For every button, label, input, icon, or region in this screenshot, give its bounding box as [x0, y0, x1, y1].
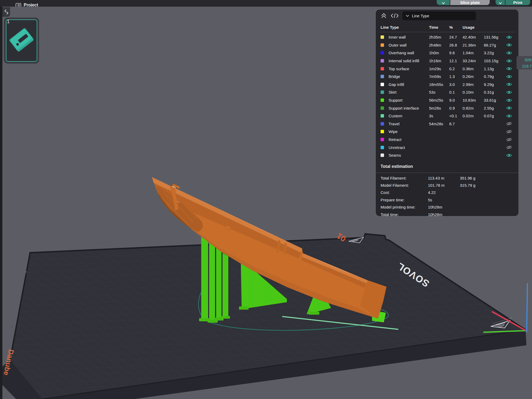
left-panel-edge [0, 7, 2, 399]
total-value: 10h28m [428, 205, 460, 209]
line-type-row: Internal solid infill1h16m12.133.24m103.… [381, 57, 514, 65]
visibility-toggle[interactable] [506, 122, 514, 126]
line-type-row: Travel54m28s8.7 [381, 120, 514, 128]
totals-rows: Total Filament:113.43 m351.96 gModel Fil… [381, 174, 514, 218]
slice-plate-label: Slice plate [460, 1, 480, 5]
line-percent: <0.1 [449, 114, 463, 118]
line-time: 53s [429, 90, 449, 94]
line-percent: 9.0 [449, 98, 463, 102]
line-percent: 0.9 [449, 106, 463, 110]
code-icon [391, 13, 399, 19]
layer-number: 928 [517, 57, 532, 63]
line-color-swatch [381, 51, 384, 55]
visibility-toggle[interactable] [506, 51, 514, 55]
total-value: 101.78 m [428, 183, 460, 188]
line-length: 10.83m [463, 98, 484, 102]
line-length: 2.99m [463, 82, 484, 87]
line-percent: 24.7 [449, 35, 463, 39]
plate-preview-image [8, 21, 35, 58]
tab-project[interactable]: Project [15, 0, 38, 7]
gcode-view-icon[interactable] [391, 13, 399, 19]
line-weight: 131.56g [484, 35, 506, 39]
project-tab-label: Project [24, 2, 38, 7]
top-bar: Project Slice plate Print [0, 0, 532, 7]
line-time: 1h0m [429, 51, 449, 55]
line-type-label: Outer wall [389, 43, 429, 47]
total-value-2: 351.96 g [460, 176, 514, 180]
line-color-swatch [381, 98, 384, 102]
visibility-toggle[interactable] [506, 90, 514, 94]
collapse-sidebar-button[interactable] [2, 7, 10, 17]
visibility-toggle[interactable] [506, 35, 514, 39]
line-color-swatch [381, 35, 384, 39]
line-type-row: Retract [381, 136, 514, 144]
view-type-dropdown[interactable]: Line Type [402, 11, 476, 20]
line-color-swatch [381, 122, 384, 126]
total-row: Model Filament:101.78 m315.79 g [381, 182, 514, 189]
line-type-label: Unretract [389, 145, 429, 150]
eye-visible-icon [506, 82, 512, 86]
line-color-swatch [381, 146, 384, 149]
line-length: 1.04m [463, 51, 484, 55]
line-type-row: Skirt53s0.10.10m0.31g [381, 88, 514, 96]
line-color-swatch [381, 153, 384, 157]
eye-visible-icon [506, 51, 512, 55]
print-label: Print [513, 1, 522, 5]
visibility-toggle[interactable] [506, 59, 514, 63]
slice-plate-button[interactable]: Slice plate [450, 0, 490, 5]
line-time: 1h16m [429, 59, 449, 63]
visibility-toggle[interactable] [506, 43, 514, 47]
print-options-dropdown-button[interactable] [496, 0, 505, 5]
visibility-toggle[interactable] [506, 66, 514, 71]
bed-screw [24, 271, 27, 273]
print-button[interactable]: Print [505, 0, 530, 5]
line-weight: 1.13g [484, 66, 506, 71]
eye-visible-icon [506, 35, 512, 39]
slicer-app: { "top_bar": { "project_label": "Project… [0, 0, 532, 399]
visibility-toggle[interactable] [506, 98, 514, 102]
col-percent: % [449, 25, 463, 30]
plate-thumbnail-1[interactable]: 1 [4, 18, 39, 64]
line-type-rows: Inner wall2h35m24.742.40m131.56gOuter wa… [381, 33, 514, 159]
visibility-toggle[interactable] [506, 130, 514, 134]
visibility-toggle[interactable] [506, 138, 514, 142]
visibility-toggle[interactable] [506, 82, 514, 86]
eye-visible-icon [506, 66, 512, 71]
collapse-panel-button[interactable] [381, 13, 387, 19]
line-length: 21.36m [463, 43, 484, 47]
line-color-swatch [381, 59, 384, 63]
total-row: Total time:10h28m [381, 211, 514, 218]
eye-visible-icon [506, 43, 512, 47]
view-type-selected: Line Type [412, 14, 429, 18]
line-weight: 66.27g [484, 43, 506, 47]
visibility-toggle[interactable] [506, 74, 514, 79]
layer-indicator-tooltip: 928 119.72 [517, 56, 532, 69]
line-type-label: Custom [389, 114, 429, 118]
header-divider [380, 32, 515, 32]
line-type-label: Support [389, 98, 429, 102]
visibility-toggle[interactable] [506, 153, 514, 157]
bed-screw [11, 326, 13, 327]
line-type-label: Top surface [389, 66, 429, 71]
line-weight: 0.31g [484, 90, 506, 94]
col-line-type: Line Type [381, 25, 429, 30]
visibility-toggle[interactable] [506, 106, 514, 110]
line-type-label: Skirt [389, 90, 429, 94]
legend-header: Line Type [376, 10, 518, 20]
line-type-label: Bridge [389, 74, 429, 79]
line-length: 0.36m [463, 66, 484, 71]
layer-height: 119.72 [517, 63, 532, 69]
slice-options-dropdown-button[interactable] [437, 0, 450, 5]
line-percent: 3.0 [449, 82, 463, 87]
line-time: 18m55s [429, 82, 449, 87]
eye-visible-icon [506, 59, 512, 63]
line-time: 1m29s [429, 66, 449, 71]
total-label: Prepare time: [381, 198, 428, 202]
line-time: 3s [429, 114, 449, 118]
visibility-toggle[interactable] [506, 145, 514, 149]
line-time: 54m28s [429, 122, 449, 126]
line-percent: 0.2 [449, 66, 463, 71]
total-estimation-title: Total estimation [381, 164, 514, 171]
line-percent: 0.1 [449, 90, 463, 94]
visibility-toggle[interactable] [506, 114, 514, 118]
